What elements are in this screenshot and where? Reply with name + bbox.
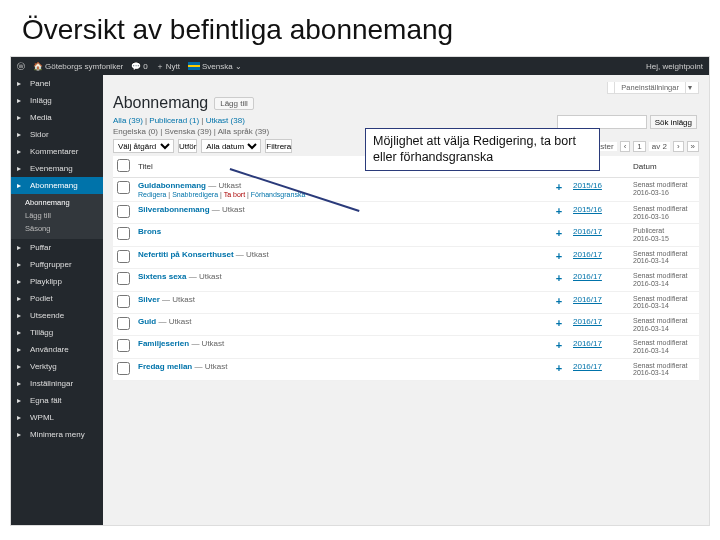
add-translation-icon[interactable]: + — [556, 250, 562, 262]
row-checkbox[interactable] — [117, 272, 130, 285]
select-all[interactable] — [117, 159, 130, 172]
menu-playklipp[interactable]: ▸Playklipp — [11, 273, 103, 290]
menu-puffar[interactable]: ▸Puffar — [11, 239, 103, 256]
menu-media[interactable]: ▸Media — [11, 109, 103, 126]
table-row: Silverabonnemang — Utkast+2015/16Senast … — [113, 202, 699, 224]
post-title-link[interactable]: Guldabonnemang — [138, 181, 206, 190]
add-translation-icon[interactable]: + — [556, 317, 562, 329]
menu-installningar[interactable]: ▸Inställningar — [11, 375, 103, 392]
screen-options[interactable]: Paneinställningar ▾ — [113, 83, 699, 92]
post-title-link[interactable]: Familjeserien — [138, 339, 189, 348]
bulk-apply[interactable]: Utför — [178, 139, 197, 153]
post-title-link[interactable]: Sixtens sexa — [138, 272, 186, 281]
post-title-link[interactable]: Nefertiti på Konserthuset — [138, 250, 234, 259]
season-link[interactable]: 2015/16 — [573, 205, 602, 214]
puffar-icon: ▸ — [17, 243, 26, 252]
add-translation-icon[interactable]: + — [556, 272, 562, 284]
filter-button[interactable]: Filtrera — [265, 139, 292, 153]
menu-wpml[interactable]: ▸WPML — [11, 409, 103, 426]
submenu-item[interactable]: Säsong — [25, 222, 103, 235]
row-checkbox[interactable] — [117, 227, 130, 240]
menu-evenemang[interactable]: ▸Evenemang — [11, 160, 103, 177]
season-link[interactable]: 2016/17 — [573, 227, 602, 236]
table-row: Familjeserien — Utkast+2016/17Senast mod… — [113, 336, 699, 358]
date-cell: Senast modifierat2016-03-14 — [633, 317, 695, 332]
language-switch[interactable]: Svenska ⌄ — [188, 62, 242, 71]
date-filter[interactable]: Alla datum — [201, 139, 261, 153]
slide-title: Översikt av befintliga abonnemang — [0, 0, 720, 56]
site-name[interactable]: 🏠 Göteborgs symfoniker — [33, 62, 123, 71]
posts-table: Titel Säsong Datum Guldabonnemang — Utka… — [113, 156, 699, 381]
page-next[interactable]: › — [673, 141, 684, 152]
action-edit[interactable]: Redigera — [138, 191, 166, 198]
row-checkbox[interactable] — [117, 295, 130, 308]
add-translation-icon[interactable]: + — [556, 339, 562, 351]
col-date[interactable]: Datum — [629, 156, 699, 178]
season-link[interactable]: 2015/16 — [573, 181, 602, 190]
action-trash[interactable]: Ta bort — [224, 191, 245, 198]
page-last[interactable]: » — [687, 141, 699, 152]
season-link[interactable]: 2016/17 — [573, 295, 602, 304]
menu-egnafalt[interactable]: ▸Egna fält — [11, 392, 103, 409]
season-link[interactable]: 2016/17 — [573, 250, 602, 259]
menu-inlagg[interactable]: ▸Inlägg — [11, 92, 103, 109]
menu-minimera[interactable]: ▸Minimera meny — [11, 426, 103, 443]
post-title-link[interactable]: Guld — [138, 317, 156, 326]
menu-abonnemang[interactable]: ▸Abonnemang — [11, 177, 103, 194]
action-quickedit[interactable]: Snabbredigera — [172, 191, 218, 198]
filter-published[interactable]: Publicerad (1) — [149, 116, 199, 125]
media-icon: ▸ — [17, 113, 26, 122]
menu-panel[interactable]: ▸Panel — [11, 75, 103, 92]
menu-sidor[interactable]: ▸Sidor — [11, 126, 103, 143]
row-checkbox[interactable] — [117, 362, 130, 375]
add-new-button[interactable]: Lägg till — [214, 97, 254, 110]
account-greeting[interactable]: Hej, weightpoint — [646, 62, 703, 71]
add-translation-icon[interactable]: + — [556, 227, 562, 239]
row-checkbox[interactable] — [117, 317, 130, 330]
search-input[interactable] — [557, 115, 647, 129]
row-checkbox[interactable] — [117, 205, 130, 218]
table-row: Guld — Utkast+2016/17Senast modifierat20… — [113, 313, 699, 335]
date-cell: Senast modifierat2016-03-16 — [633, 205, 695, 220]
comments-count[interactable]: 💬 0 — [131, 62, 147, 71]
row-checkbox[interactable] — [117, 250, 130, 263]
submenu-item[interactable]: Abonnemang — [25, 196, 103, 209]
menu-tillagg[interactable]: ▸Tillägg — [11, 324, 103, 341]
add-translation-icon[interactable]: + — [556, 205, 562, 217]
post-title-link[interactable]: Fredag mellan — [138, 362, 192, 371]
add-translation-icon[interactable]: + — [556, 295, 562, 307]
playklipp-icon: ▸ — [17, 277, 26, 286]
menu-puffgrupper[interactable]: ▸Puffgrupper — [11, 256, 103, 273]
post-title-link[interactable]: Silver — [138, 295, 160, 304]
action-preview[interactable]: Förhandsgranska — [251, 191, 305, 198]
tillagg-icon: ▸ — [17, 328, 26, 337]
verktyg-icon: ▸ — [17, 362, 26, 371]
submenu-item[interactable]: Lägg till — [25, 209, 103, 222]
row-checkbox[interactable] — [117, 181, 130, 194]
add-translation-icon[interactable]: + — [556, 181, 562, 193]
inlagg-icon: ▸ — [17, 96, 26, 105]
season-link[interactable]: 2016/17 — [573, 339, 602, 348]
wp-logo-icon[interactable]: ⓦ — [17, 61, 25, 72]
row-checkbox[interactable] — [117, 339, 130, 352]
search-submit[interactable]: Sök inlägg — [650, 115, 697, 129]
menu-verktyg[interactable]: ▸Verktyg — [11, 358, 103, 375]
menu-podlet[interactable]: ▸Podlet — [11, 290, 103, 307]
add-translation-icon[interactable]: + — [556, 362, 562, 374]
filter-draft[interactable]: Utkast (38) — [206, 116, 245, 125]
menu-kommentarer[interactable]: ▸Kommentarer — [11, 143, 103, 160]
page-prev[interactable]: ‹ — [620, 141, 631, 152]
menu-anvandare[interactable]: ▸Användare — [11, 341, 103, 358]
post-title-link[interactable]: Silverabonnemang — [138, 205, 210, 214]
table-row: Sixtens sexa — Utkast+2016/17Senast modi… — [113, 269, 699, 291]
menu-utseende[interactable]: ▸Utseende — [11, 307, 103, 324]
date-cell: Senast modifierat2016-03-14 — [633, 250, 695, 265]
filter-all[interactable]: Alla (39) — [113, 116, 143, 125]
date-cell: Senast modifierat2016-03-14 — [633, 362, 695, 377]
new-content[interactable]: ＋ Nytt — [156, 61, 180, 72]
season-link[interactable]: 2016/17 — [573, 272, 602, 281]
bulk-action-select[interactable]: Välj åtgärd — [113, 139, 174, 153]
season-link[interactable]: 2016/17 — [573, 317, 602, 326]
post-title-link[interactable]: Brons — [138, 227, 161, 236]
season-link[interactable]: 2016/17 — [573, 362, 602, 371]
